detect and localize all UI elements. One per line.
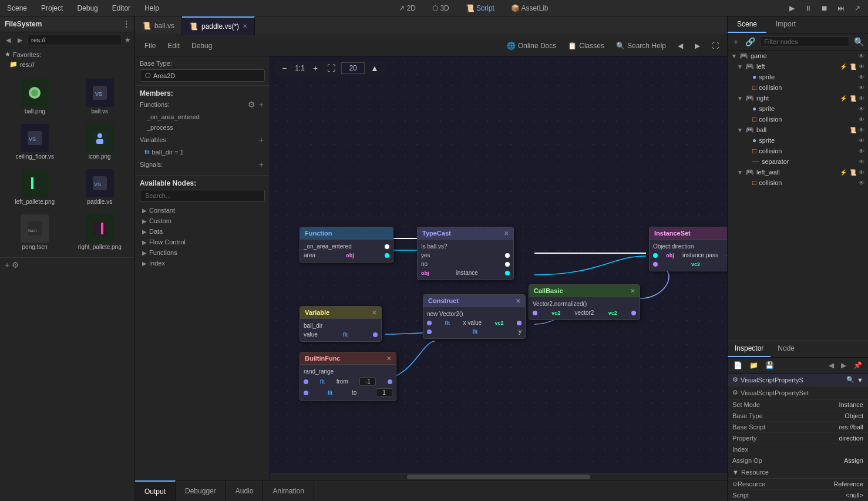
insp-tool-folder[interactable]: 📁 bbox=[747, 360, 761, 371]
deploy-button[interactable]: ↗ bbox=[852, 2, 863, 14]
fullscreen-btn[interactable]: ⛶ bbox=[708, 41, 722, 51]
insp-value-basetype[interactable]: Object bbox=[845, 412, 863, 419]
avail-index[interactable]: ▶ Index bbox=[140, 258, 265, 268]
step-button[interactable]: ⏭ bbox=[835, 2, 847, 14]
insp-tool-next[interactable]: ▶ bbox=[839, 360, 849, 371]
search-help-btn[interactable]: 🔍 Search Help bbox=[613, 41, 669, 51]
file-pong-tscn[interactable]: tscn pong.tscn bbox=[5, 212, 65, 253]
edit-menu-btn[interactable]: Edit bbox=[163, 39, 184, 52]
tree-left-wall[interactable]: ▼ 🎮 left_wall ⚡ 📜 👁 bbox=[728, 167, 868, 177]
menu-debug[interactable]: Debug bbox=[75, 3, 100, 14]
menu-help[interactable]: Help bbox=[142, 3, 162, 14]
tree-left[interactable]: ▼ 🎮 left ⚡ 📜 👁 bbox=[728, 61, 868, 72]
tree-game[interactable]: ▼ 🎮 game 👁 bbox=[728, 51, 868, 61]
builtinfunc-close-btn[interactable]: ✕ bbox=[386, 355, 391, 362]
zoom-in-btn[interactable]: + bbox=[309, 62, 321, 74]
ball-eye[interactable]: 👁 bbox=[859, 127, 864, 133]
bottom-tab-debugger[interactable]: Debugger bbox=[176, 480, 226, 501]
node-typecast[interactable]: TypeCast ✕ Is ball.vs? yes no bbox=[417, 227, 514, 280]
bottom-tab-output[interactable]: Output bbox=[135, 480, 176, 501]
avail-constant[interactable]: ▶ Constant bbox=[140, 205, 265, 216]
debug-menu-btn[interactable]: Debug bbox=[187, 39, 217, 52]
scene-search-input[interactable] bbox=[760, 36, 849, 47]
inspector-tab-node[interactable]: Node bbox=[771, 341, 802, 357]
variables-add-btn[interactable]: + bbox=[258, 135, 265, 144]
graph-canvas[interactable]: − 1:1 + ⛶ ▲ bbox=[270, 56, 727, 480]
online-docs-btn[interactable]: 🌐 Online Docs bbox=[503, 41, 560, 51]
file-menu-btn[interactable]: File bbox=[140, 39, 160, 52]
right-sprite-eye[interactable]: 👁 bbox=[859, 106, 864, 112]
mode-script[interactable]: 📜 Script bbox=[462, 3, 498, 14]
file-icon-png[interactable]: icon.png bbox=[70, 122, 130, 162]
fs-bottom-icon2[interactable]: ⚙ bbox=[12, 260, 19, 270]
filesystem-menu[interactable]: ⋮ bbox=[123, 20, 130, 28]
ball-sprite-eye[interactable]: 👁 bbox=[859, 137, 864, 144]
game-eye[interactable]: 👁 bbox=[859, 53, 864, 59]
node-builtinfunc[interactable]: BuiltinFunc ✕ rand_range flt from bbox=[300, 352, 396, 401]
node-callbasic[interactable]: CallBasic ✕ Vector2.normalized() vc2 vec… bbox=[529, 284, 640, 320]
builtinfunc-to-value[interactable] bbox=[376, 388, 392, 397]
tab-scene[interactable]: Scene bbox=[728, 16, 766, 33]
insp-tool-pin[interactable]: 📌 bbox=[851, 360, 864, 371]
func-process[interactable]: _process bbox=[140, 122, 265, 133]
zoom-fit-btn[interactable]: ⛶ bbox=[324, 62, 339, 74]
construct-close-btn[interactable]: ✕ bbox=[516, 298, 520, 304]
zoom-value-input[interactable] bbox=[341, 62, 365, 74]
nav-path[interactable]: res:// bbox=[27, 35, 122, 45]
left-eye[interactable]: 👁 bbox=[859, 63, 864, 70]
var-ball-dir[interactable]: flt ball_dir = 1 bbox=[140, 147, 265, 157]
tree-right-sprite[interactable]: ● sprite 👁 bbox=[728, 103, 868, 114]
tree-left-sprite[interactable]: ● sprite 👁 bbox=[728, 72, 868, 82]
graph-scrollbar-h[interactable] bbox=[270, 473, 727, 480]
func-on-area-entered[interactable]: _on_area_entered bbox=[140, 112, 265, 122]
mode-2d[interactable]: ↗ 2D bbox=[395, 3, 419, 14]
avail-functions[interactable]: ▶ Functions bbox=[140, 247, 265, 258]
node-function[interactable]: Function _on_area_entered area obj bbox=[300, 227, 393, 263]
tree-right-collision[interactable]: □ collision 👁 bbox=[728, 114, 868, 125]
zoom-out-btn[interactable]: − bbox=[278, 62, 290, 74]
nav-back[interactable]: ◀ bbox=[4, 35, 13, 45]
tree-ball[interactable]: ▼ 🎮 ball 📜 👁 bbox=[728, 125, 868, 135]
right-eye[interactable]: 👁 bbox=[859, 95, 864, 102]
insp-search-icon[interactable]: 🔍 bbox=[846, 376, 854, 384]
pause-button[interactable]: ⏸ bbox=[802, 2, 814, 14]
insp-tool-history[interactable]: 📄 bbox=[731, 360, 745, 371]
link-node-btn[interactable]: 🔗 bbox=[743, 36, 758, 48]
file-ceiling-floor[interactable]: VS ceiling_floor.vs bbox=[5, 122, 65, 162]
left-wall-collision-eye[interactable]: 👁 bbox=[859, 180, 864, 186]
left-sprite-eye[interactable]: 👁 bbox=[859, 74, 864, 80]
insp-expand-icon[interactable]: ▼ bbox=[857, 376, 863, 384]
base-type-input[interactable]: ⬡ Area2D bbox=[140, 69, 265, 82]
functions-add-btn[interactable]: + bbox=[258, 100, 265, 109]
file-left-pallete[interactable]: left_pallete.png bbox=[5, 167, 65, 207]
favorites-header[interactable]: ★ Favorites: bbox=[5, 51, 130, 58]
available-nodes-search[interactable] bbox=[140, 190, 265, 201]
favorite-item-res[interactable]: 📁 res:// bbox=[5, 59, 130, 69]
stop-button[interactable]: ⏹ bbox=[819, 2, 830, 14]
insp-value-property[interactable]: direction bbox=[839, 435, 863, 442]
add-node-btn[interactable]: + bbox=[731, 36, 741, 48]
bottom-tab-audio[interactable]: Audio bbox=[226, 480, 264, 501]
functions-settings-btn[interactable]: ⚙ bbox=[247, 100, 257, 109]
node-variable[interactable]: Variable ✕ ball_dir value flt bbox=[300, 306, 382, 342]
separator-eye[interactable]: 👁 bbox=[859, 159, 864, 165]
nav-next-btn[interactable]: ▶ bbox=[691, 41, 704, 51]
tab-ball-vs[interactable]: 📜 ball.vs bbox=[135, 16, 182, 35]
menu-project[interactable]: Project bbox=[39, 3, 65, 14]
left-wall-eye[interactable]: 👁 bbox=[859, 169, 864, 176]
tree-left-wall-collision[interactable]: □ collision 👁 bbox=[728, 177, 868, 188]
builtinfunc-from-value[interactable] bbox=[359, 377, 376, 386]
insp-set-title[interactable]: ⚙ VisualScriptPropertySet bbox=[728, 386, 868, 399]
nav-favorite[interactable]: ★ bbox=[125, 36, 131, 44]
mode-3d[interactable]: ⬡ 3D bbox=[429, 3, 453, 14]
menu-scene[interactable]: Scene bbox=[5, 3, 29, 14]
insp-resource-section[interactable]: ▼ Resource bbox=[728, 466, 868, 479]
tree-ball-collision[interactable]: □ collision 👁 bbox=[728, 146, 868, 156]
bottom-tab-animation[interactable]: Animation bbox=[263, 480, 314, 501]
tab-import[interactable]: Import bbox=[766, 16, 805, 33]
avail-data[interactable]: ▶ Data bbox=[140, 226, 265, 237]
zoom-up-btn[interactable]: ▲ bbox=[367, 62, 382, 74]
file-paddle-vs[interactable]: VS paddle.vs bbox=[70, 167, 130, 207]
insp-value-assignop[interactable]: Assign bbox=[844, 457, 863, 464]
insp-tool-save[interactable]: 💾 bbox=[763, 360, 776, 371]
